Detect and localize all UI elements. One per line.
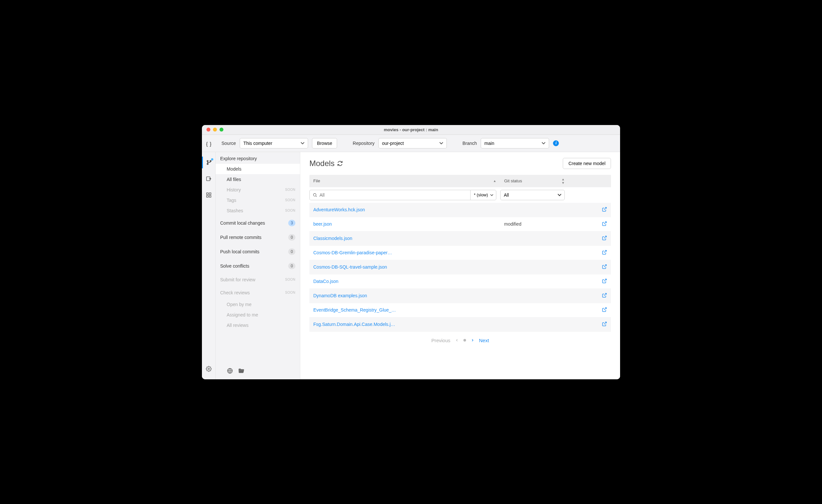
action-cell — [568, 221, 611, 227]
chevron-right-icon[interactable] — [471, 338, 474, 343]
external-link-icon[interactable] — [602, 250, 607, 255]
git-branch-icon[interactable] — [202, 157, 216, 168]
sort-both-icon: ▲▼ — [561, 177, 565, 184]
main-header: Models Create new model — [309, 158, 611, 169]
column-file[interactable]: File ▲ — [309, 175, 500, 187]
table-row: Fsg.Saturn.Domain.Api.Case.Models.j… — [309, 318, 611, 332]
traffic-lights — [202, 128, 224, 131]
branch-select[interactable]: main — [481, 138, 549, 148]
sidebar-action-push-local-commits[interactable]: Push local commits0 — [216, 244, 300, 259]
browse-button[interactable]: Browse — [312, 138, 337, 148]
pager: Previous Next — [309, 332, 611, 345]
sidebar-item-label: History — [227, 187, 241, 192]
page-title: Models — [309, 159, 335, 168]
table-row: Classicmodels.json — [309, 231, 611, 246]
close-window-button[interactable] — [207, 128, 211, 131]
sidebar-review-label: Open by me — [227, 302, 252, 307]
external-link-icon[interactable] — [602, 207, 607, 212]
column-git-label: Git status — [504, 178, 522, 183]
external-link-icon[interactable] — [602, 235, 607, 240]
file-search-input[interactable] — [309, 190, 470, 200]
pager-next[interactable]: Next — [479, 338, 489, 343]
file-search-wrap: * (slow) — [309, 190, 496, 200]
svg-point-8 — [208, 368, 210, 370]
grid-icon[interactable] — [202, 189, 216, 201]
sidebar-action-pull-remote-commits[interactable]: Pull remote commits0 — [216, 230, 300, 244]
sidebar-item-label: Tags — [227, 197, 237, 203]
table-row: DynamoDB examples.json — [309, 289, 611, 303]
file-link[interactable]: AdventureWorks.hck.json — [309, 207, 500, 212]
svg-point-1 — [207, 163, 209, 164]
create-model-button[interactable]: Create new model — [563, 158, 611, 169]
column-git-status[interactable]: Git status ▲▼ — [500, 175, 568, 187]
activity-dot-icon — [211, 158, 213, 160]
main: Models Create new model File ▲ Git statu… — [300, 152, 620, 379]
sidebar-item-all-files[interactable]: All files — [216, 174, 300, 184]
external-link-icon[interactable] — [602, 264, 607, 269]
globe-icon[interactable] — [227, 368, 233, 374]
file-link[interactable]: DynamoDB examples.json — [309, 293, 500, 298]
column-file-label: File — [313, 178, 320, 183]
sidebar-item-label: All files — [227, 177, 241, 182]
external-link-icon[interactable] — [602, 321, 607, 327]
window-title: movies - our-project : main — [202, 127, 620, 132]
pager-dot — [463, 339, 466, 342]
file-link[interactable]: DataCo.json — [309, 279, 500, 284]
file-link[interactable]: Fsg.Saturn.Domain.Api.Case.Models.j… — [309, 322, 500, 327]
file-link[interactable]: Cosmos-DB-Gremlin-paradise-paper… — [309, 250, 500, 255]
table-row: AdventureWorks.hck.json — [309, 203, 611, 217]
sidebar-item-stashes: StashesSOON — [216, 205, 300, 216]
sidebar-action-commit-local-changes[interactable]: Commit local changes3 — [216, 216, 300, 230]
sidebar-item-models[interactable]: Models — [216, 164, 300, 174]
gear-icon[interactable] — [202, 363, 216, 375]
git-status-cell: modified — [500, 221, 568, 226]
action-cell — [568, 293, 611, 299]
sidebar-item-tags: TagsSOON — [216, 195, 300, 205]
source-label: Source — [222, 141, 236, 146]
action-cell — [568, 279, 611, 285]
sidebar-action-check-reviews: Check reviewsSOON — [216, 286, 300, 299]
sidebar-action-submit-for-review: Submit for reviewSOON — [216, 273, 300, 286]
sidebar-action-label: Solve conflicts — [220, 264, 249, 269]
minimize-window-button[interactable] — [213, 128, 217, 131]
svg-point-2 — [210, 160, 212, 161]
source-select[interactable]: This computer — [240, 138, 308, 148]
external-link-icon[interactable] — [602, 221, 607, 226]
sidebar-action-label: Push local commits — [220, 249, 260, 254]
file-link[interactable]: Classicmodels.json — [309, 236, 500, 241]
search-mode-select[interactable]: * (slow) — [470, 190, 496, 200]
repository-select[interactable]: our-project — [378, 138, 447, 148]
table-row: EventBridge_Schema_Registry_Glue_… — [309, 303, 611, 318]
folder-open-icon[interactable] — [238, 368, 245, 374]
import-icon[interactable] — [202, 173, 216, 184]
sidebar-review-label: All reviews — [227, 323, 249, 328]
table-row: DataCo.json — [309, 275, 611, 289]
sort-asc-icon: ▲ — [493, 179, 496, 183]
file-link[interactable]: EventBridge_Schema_Registry_Glue_… — [309, 307, 500, 313]
file-link[interactable]: Cosmos-DB-SQL-travel-sample.json — [309, 265, 500, 270]
sidebar-review-all-reviews: All reviews — [216, 320, 300, 331]
count-badge: 0 — [288, 263, 295, 269]
action-cell — [568, 207, 611, 213]
external-link-icon[interactable] — [602, 307, 607, 312]
zoom-window-button[interactable] — [220, 128, 224, 131]
count-badge: 3 — [288, 220, 295, 226]
external-link-icon[interactable] — [602, 293, 607, 298]
external-link-icon[interactable] — [602, 279, 607, 284]
sidebar-review-assigned-to-me: Assigned to me — [216, 310, 300, 320]
soon-badge: SOON — [285, 291, 295, 294]
sidebar-action-label: Pull remote commits — [220, 235, 262, 240]
page-title-wrap: Models — [309, 159, 343, 168]
sidebar: Explore repository ModelsAll filesHistor… — [216, 152, 300, 379]
braces-icon[interactable] — [202, 138, 216, 152]
git-status-filter[interactable]: All — [500, 190, 565, 200]
sidebar-review-open-by-me: Open by me — [216, 299, 300, 310]
sidebar-action-label: Submit for review — [220, 277, 255, 282]
action-cell — [568, 250, 611, 256]
action-cell — [568, 307, 611, 313]
refresh-icon[interactable] — [337, 160, 343, 166]
sidebar-footer — [216, 364, 300, 379]
file-link[interactable]: beer.json — [309, 221, 500, 226]
info-icon[interactable]: i — [553, 140, 559, 146]
sidebar-action-solve-conflicts[interactable]: Solve conflicts0 — [216, 259, 300, 273]
